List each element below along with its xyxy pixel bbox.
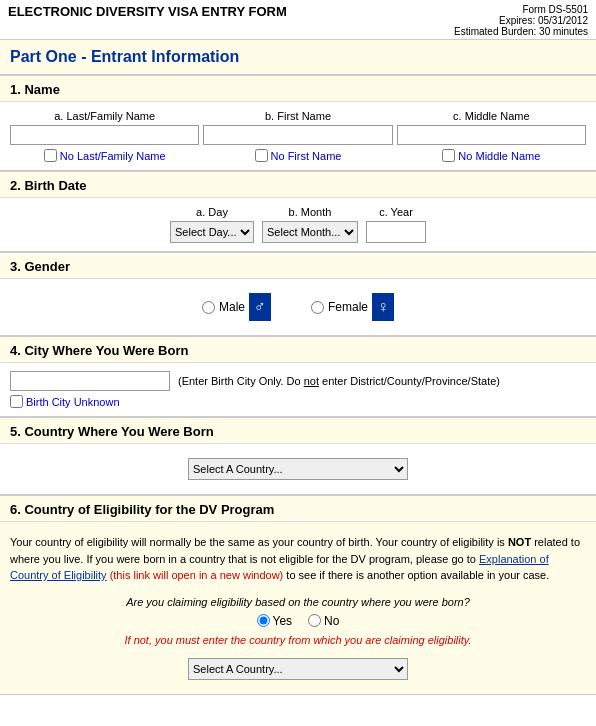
city-born-body: (Enter Birth City Only. Do not enter Dis…	[0, 363, 596, 416]
no-first-checkbox[interactable]	[255, 149, 268, 162]
first-name-input[interactable]	[203, 125, 392, 145]
header-info: Form DS-5501 Expires: 05/31/2012 Estimat…	[454, 4, 588, 37]
no-last-checkbox[interactable]	[44, 149, 57, 162]
birth-date-header: 2. Birth Date	[0, 172, 596, 198]
elig-text-4: to see if there is another option availa…	[283, 569, 549, 581]
claiming-question: Are you claiming eligibility based on th…	[10, 596, 586, 608]
first-name-col: b. First Name No First Name	[203, 110, 392, 162]
month-label: b. Month	[289, 206, 332, 218]
elig-text-1: Your country of eligibility will normall…	[10, 536, 508, 548]
birth-date-body: a. Day Select Day...12345678910111213141…	[0, 198, 596, 251]
city-unknown-checkbox[interactable]	[10, 395, 23, 408]
yes-text: Yes	[273, 614, 293, 628]
eligibility-country-row: Select A Country...	[10, 652, 586, 686]
city-input-row: (Enter Birth City Only. Do not enter Dis…	[10, 371, 586, 391]
last-name-label: a. Last/Family Name	[54, 110, 155, 122]
no-middle-checkbox[interactable]	[442, 149, 455, 162]
month-col: b. Month Select Month... JanuaryFebruary…	[262, 206, 358, 243]
not-bold: NOT	[508, 536, 531, 548]
eligibility-header: 6. Country of Eligibility for the DV Pro…	[0, 496, 596, 522]
last-name-col: a. Last/Family Name No Last/Family Name	[10, 110, 199, 162]
country-born-select-row: Select A Country...	[10, 452, 586, 486]
city-unknown-label: Birth City Unknown	[26, 396, 120, 408]
no-label: No	[308, 614, 339, 628]
gender-header: 3. Gender	[0, 253, 596, 279]
section-birth-date: 2. Birth Date a. Day Select Day...123456…	[0, 171, 596, 252]
elig-text-3: (this link will open in a new window)	[107, 569, 284, 581]
day-label: a. Day	[196, 206, 228, 218]
name-section-body: a. Last/Family Name No Last/Family Name …	[0, 102, 596, 170]
city-born-input[interactable]	[10, 371, 170, 391]
eligibility-description: Your country of eligibility will normall…	[10, 530, 586, 590]
middle-name-input[interactable]	[397, 125, 586, 145]
first-name-label: b. First Name	[265, 110, 331, 122]
no-first-row: No First Name	[255, 149, 342, 162]
yes-no-row: Yes No	[10, 614, 586, 628]
no-middle-row: No Middle Name	[442, 149, 540, 162]
country-born-header: 5. Country Where You Were Born	[0, 418, 596, 444]
form-title: ELECTRONIC DIVERSITY VISA ENTRY FORM	[8, 4, 287, 19]
eligibility-country-select[interactable]: Select A Country...	[188, 658, 408, 680]
middle-name-col: c. Middle Name No Middle Name	[397, 110, 586, 162]
female-icon: ♀	[372, 293, 394, 321]
male-icon: ♂	[249, 293, 271, 321]
section-gender: 3. Gender Male ♂ Female ♀	[0, 252, 596, 336]
section-eligibility: 6. Country of Eligibility for the DV Pro…	[0, 495, 596, 695]
no-first-label: No First Name	[271, 150, 342, 162]
form-number: Form DS-5501	[454, 4, 588, 15]
birth-date-row: a. Day Select Day...12345678910111213141…	[10, 206, 586, 243]
country-born-body: Select A Country...	[0, 444, 596, 494]
day-select[interactable]: Select Day...123456789101112131415161718…	[170, 221, 254, 243]
part-one-title: Part One - Entrant Information	[0, 40, 596, 75]
city-note: (Enter Birth City Only. Do not enter Dis…	[178, 375, 500, 387]
city-unknown-row: Birth City Unknown	[10, 395, 586, 408]
city-born-header: 4. City Where You Were Born	[0, 337, 596, 363]
year-label: c. Year	[379, 206, 413, 218]
no-middle-label: No Middle Name	[458, 150, 540, 162]
expires: Expires: 05/31/2012	[454, 15, 588, 26]
no-last-label: No Last/Family Name	[60, 150, 166, 162]
not-row: If not, you must enter the country from …	[10, 634, 586, 646]
yes-radio[interactable]	[257, 614, 270, 627]
year-input[interactable]	[366, 221, 426, 243]
header: ELECTRONIC DIVERSITY VISA ENTRY FORM For…	[0, 0, 596, 40]
name-row: a. Last/Family Name No Last/Family Name …	[10, 110, 586, 162]
male-radio[interactable]	[202, 301, 215, 314]
section-city-born: 4. City Where You Were Born (Enter Birth…	[0, 336, 596, 417]
no-text: No	[324, 614, 339, 628]
no-radio[interactable]	[308, 614, 321, 627]
month-select[interactable]: Select Month... JanuaryFebruaryMarch Apr…	[262, 221, 358, 243]
name-section-header: 1. Name	[0, 76, 596, 102]
day-col: a. Day Select Day...12345678910111213141…	[170, 206, 254, 243]
section-name: 1. Name a. Last/Family Name No Last/Fami…	[0, 75, 596, 171]
section-country-born: 5. Country Where You Were Born Select A …	[0, 417, 596, 495]
yes-label: Yes	[257, 614, 293, 628]
female-radio[interactable]	[311, 301, 324, 314]
female-option: Female ♀	[311, 293, 394, 321]
male-label: Male	[219, 300, 245, 314]
no-last-row: No Last/Family Name	[44, 149, 166, 162]
country-born-select[interactable]: Select A Country...	[188, 458, 408, 480]
year-col: c. Year	[366, 206, 426, 243]
female-label: Female	[328, 300, 368, 314]
male-option: Male ♂	[202, 293, 271, 321]
eligibility-body: Your country of eligibility will normall…	[0, 522, 596, 694]
gender-row: Male ♂ Female ♀	[10, 287, 586, 327]
middle-name-label: c. Middle Name	[453, 110, 529, 122]
gender-body: Male ♂ Female ♀	[0, 279, 596, 335]
last-name-input[interactable]	[10, 125, 199, 145]
burden: Estimated Burden: 30 minutes	[454, 26, 588, 37]
